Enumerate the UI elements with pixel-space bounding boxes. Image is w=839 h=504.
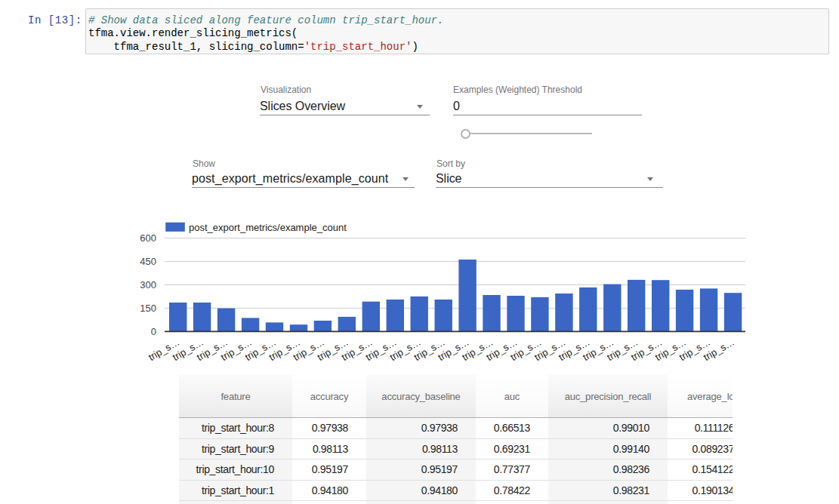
svg-text:0: 0 bbox=[151, 326, 156, 337]
svg-text:450: 450 bbox=[140, 256, 156, 267]
svg-text:300: 300 bbox=[140, 279, 156, 290]
svg-text:150: 150 bbox=[140, 303, 156, 314]
svg-text:600: 600 bbox=[140, 232, 156, 244]
svg-text:post_export_metrics/example_co: post_export_metrics/example_count bbox=[189, 222, 347, 233]
